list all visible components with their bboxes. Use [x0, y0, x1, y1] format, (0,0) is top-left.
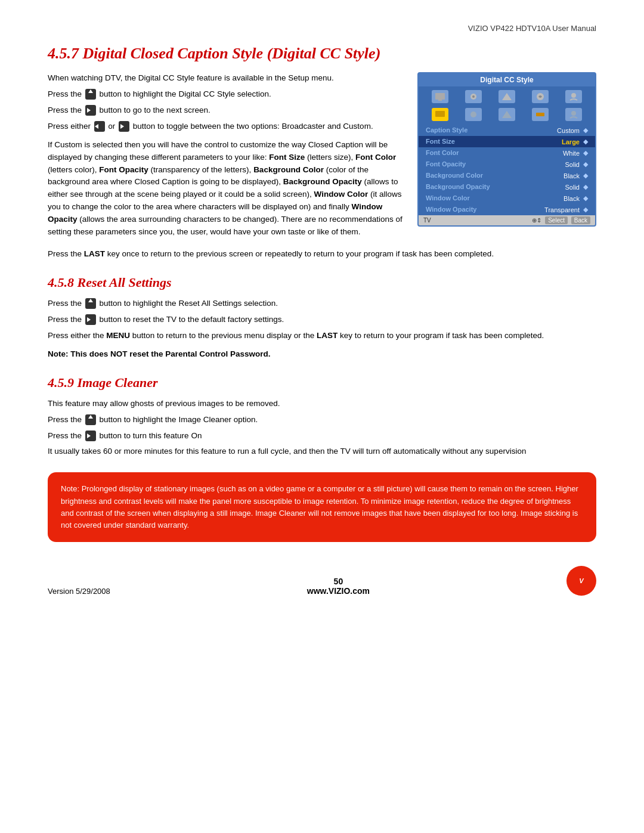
- section-458-para1: Press the button to highlight the Reset …: [48, 298, 596, 310]
- note-box-text: Note: Prolonged display of stationary im…: [61, 484, 578, 529]
- menu-value-caption-style: Custom: [557, 127, 580, 134]
- section-458-para3: Press either the MENU button to return t…: [48, 330, 596, 342]
- section-457-content: When watching DTV, the Digital CC Style …: [48, 72, 596, 242]
- section-459-title: 4.5.9 Image Cleaner: [48, 375, 596, 391]
- footer-center: 50 www.VIZIO.com: [307, 577, 370, 596]
- menu-value-bg-opacity: Solid: [565, 184, 580, 191]
- menu-arrow-bg-color: ◆: [583, 172, 588, 179]
- svg-rect-10: [536, 113, 544, 116]
- svg-point-8: [470, 112, 476, 117]
- custom-text: If Custom is selected then you will have…: [48, 139, 405, 239]
- tv-menu: Caption Style Custom ◆ Font Size Large ◆: [419, 125, 595, 215]
- footer-page-number: 50: [307, 577, 370, 586]
- dpad-icon: ⊕⇕: [532, 217, 541, 224]
- btn-right-icon: [85, 105, 96, 116]
- svg-rect-7: [435, 111, 445, 117]
- menu-row-bg-opacity: Background Opacity Solid ◆: [419, 181, 595, 193]
- menu-value-font-size: Large: [562, 138, 580, 145]
- tv-icon-sel-2: [465, 108, 482, 121]
- menu-arrow-caption-style: ◆: [583, 126, 588, 134]
- menu-arrow-font-size: ◆: [583, 138, 588, 145]
- svg-rect-1: [438, 100, 442, 101]
- back-btn: Back: [571, 216, 590, 224]
- menu-value-font-opacity: Solid: [565, 161, 580, 168]
- tv-icon-5: [565, 90, 582, 103]
- page-container: VIZIO VP422 HDTV10A User Manual 4.5.7 Di…: [0, 0, 644, 833]
- btn-right-icon3: [85, 314, 96, 325]
- tv-icons-row1: [419, 86, 595, 107]
- section-457-title: 4.5.7 Digital Closed Caption Style (Digi…: [48, 45, 596, 63]
- menu-label-window-opacity: Window Opacity: [426, 206, 476, 213]
- para-4: Press either or button to toggle between…: [48, 120, 405, 133]
- para-2: Press the button to highlight the Digita…: [48, 88, 405, 101]
- menu-label-font-opacity: Font Opacity: [426, 160, 466, 168]
- tv-icon-sel-3: [499, 108, 515, 121]
- tv-icon-3: [499, 90, 515, 103]
- svg-rect-0: [435, 93, 445, 100]
- svg-marker-9: [502, 111, 512, 118]
- btn-right-icon4: [85, 431, 96, 441]
- menu-value-window-color: Black: [564, 195, 580, 202]
- menu-arrow-window-color: ◆: [583, 194, 588, 202]
- tv-bottom-controls: ⊕⇕ Select Back: [532, 217, 590, 224]
- tv-bottom-label: TV: [423, 217, 431, 224]
- tv-icon-4: [532, 90, 549, 103]
- menu-arrow-bg-opacity: ◆: [583, 183, 588, 191]
- tv-icon-sel-1: [432, 108, 448, 121]
- footer: Version 5/29/2008 50 www.VIZIO.com V: [48, 566, 596, 596]
- section-459-para3: Press the button to turn this feature On: [48, 430, 596, 442]
- btn-up-icon3: [85, 414, 96, 425]
- section-458-title: 4.5.8 Reset All Settings: [48, 275, 596, 290]
- section-459-para4: It usually takes 60 or more minutes for …: [48, 445, 596, 458]
- menu-row-font-opacity: Font Opacity Solid ◆: [419, 159, 595, 170]
- tv-icons-row2: [419, 107, 595, 125]
- section-459-para2: Press the button to highlight the Image …: [48, 414, 596, 426]
- menu-value-font-color: White: [563, 150, 580, 157]
- menu-label-font-color: Font Color: [426, 149, 459, 157]
- tv-screen: Digital CC Style: [417, 72, 596, 227]
- footer-website: www.VIZIO.com: [307, 586, 370, 596]
- svg-point-6: [571, 93, 576, 98]
- vizio-logo: V: [566, 566, 596, 596]
- btn-left-icon: [94, 121, 105, 132]
- menu-row-caption-style: Caption Style Custom ◆: [419, 125, 595, 136]
- menu-row-window-color: Window Color Black ◆: [419, 193, 595, 204]
- menu-row-font-color: Font Color White ◆: [419, 147, 595, 159]
- svg-point-11: [571, 111, 576, 116]
- section-459-para1: This feature may allow ghosts of previou…: [48, 398, 596, 410]
- svg-marker-4: [502, 93, 512, 100]
- tv-icon-2: [465, 90, 482, 103]
- header-title: VIZIO VP422 HDTV10A User Manual: [48, 24, 596, 33]
- menu-arrow-font-opacity: ◆: [583, 160, 588, 168]
- footer-version: Version 5/29/2008: [48, 587, 110, 596]
- btn-up-icon2: [85, 298, 96, 309]
- menu-label-font-size: Font Size: [426, 138, 455, 145]
- section-457-text-col: When watching DTV, the Digital CC Style …: [48, 72, 405, 242]
- menu-arrow-window-opacity: ◆: [583, 206, 588, 213]
- btn-up-icon: [85, 89, 96, 100]
- para-1: When watching DTV, the Digital CC Style …: [48, 72, 405, 85]
- section-458-para2: Press the button to reset the TV to the …: [48, 314, 596, 326]
- menu-label-caption-style: Caption Style: [426, 126, 467, 134]
- tv-icon-1: [432, 90, 448, 103]
- para-3: Press the button to go to the next scree…: [48, 104, 405, 117]
- menu-row-font-size: Font Size Large ◆: [419, 136, 595, 147]
- menu-label-bg-color: Background Color: [426, 172, 483, 179]
- svg-point-3: [472, 95, 475, 98]
- menu-row-bg-color: Background Color Black ◆: [419, 170, 595, 181]
- menu-value-window-opacity: Transparent: [544, 206, 580, 213]
- tv-bottom-bar: TV ⊕⇕ Select Back: [419, 215, 595, 225]
- tv-icon-sel-4: [532, 108, 549, 121]
- menu-label-bg-opacity: Background Opacity: [426, 183, 490, 191]
- menu-value-bg-color: Black: [564, 172, 580, 179]
- btn-right-icon2: [119, 121, 129, 132]
- tv-screen-title: Digital CC Style: [419, 73, 595, 86]
- menu-arrow-font-color: ◆: [583, 149, 588, 157]
- vizio-logo-text: V: [579, 577, 583, 584]
- note-box: Note: Prolonged display of stationary im…: [48, 472, 596, 542]
- tv-screen-mockup: Digital CC Style: [417, 72, 596, 242]
- section-458-note: Note: This does NOT reset the Parental C…: [48, 348, 596, 361]
- last-key-text: Press the LAST key once to return to the…: [48, 248, 596, 261]
- tv-icon-sel-5: [565, 108, 582, 121]
- select-btn: Select: [545, 216, 568, 224]
